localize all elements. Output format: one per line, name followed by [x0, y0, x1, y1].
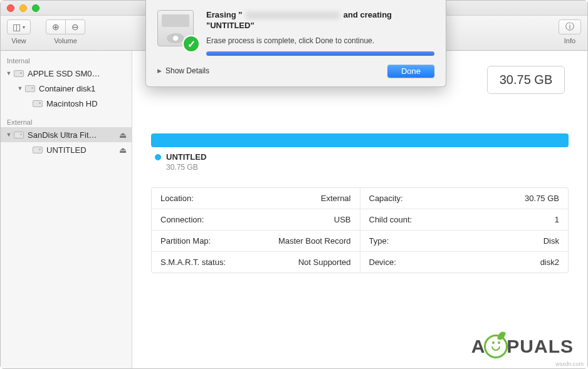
table-row: S.M.A.R.T. status:Not Supported Device:d… — [152, 252, 568, 273]
info-key: Device: — [369, 257, 396, 267]
info-key: Child count: — [369, 215, 412, 224]
sidebar-item-container[interactable]: ▼ Container disk1 — [1, 81, 132, 96]
traffic-lights — [1, 4, 39, 12]
watermark: A PUALS — [471, 335, 574, 358]
sidebar-item-external-disk[interactable]: ▼ SanDisk Ultra Fit… ⏏ — [1, 127, 132, 142]
volume-add-icon: ⊕ — [52, 22, 60, 32]
sidebar: Internal ▼ APPLE SSD SM0… ▼ Container di… — [1, 51, 132, 368]
disk-icon — [13, 130, 24, 139]
info-value: USB — [334, 215, 351, 224]
eject-icon[interactable]: ⏏ — [118, 145, 128, 155]
toolbar-info-group: ⓘ Info — [559, 19, 581, 44]
disclosure-triangle-icon: ▶ — [157, 68, 162, 74]
dialog-title: Erasing " and creating "UNTITLED" — [206, 10, 434, 31]
sidebar-item-label: SanDisk Ultra Fit… — [28, 130, 118, 140]
chevron-down-icon: ▾ — [23, 24, 25, 30]
main-area: Internal ▼ APPLE SSD SM0… ▼ Container di… — [1, 51, 587, 368]
toolbar-label: View — [11, 37, 26, 44]
usage-legend: UNTITLED 30.75 GB — [155, 152, 206, 172]
table-row: Connection:USB Child count:1 — [152, 209, 568, 231]
info-value: Disk — [543, 236, 559, 246]
close-button[interactable] — [7, 4, 14, 12]
disk-icon — [32, 145, 43, 154]
info-table: Location:External Capacity:30.75 GB Conn… — [151, 187, 569, 273]
info-key: Type: — [369, 236, 389, 246]
disk-icon — [32, 99, 43, 108]
progress-fill — [206, 51, 434, 56]
info-button[interactable]: ⓘ — [559, 19, 581, 34]
info-value: Master Boot Record — [278, 236, 351, 246]
toolbar-volume-group: ⊕ ⊖ Volume — [46, 19, 85, 44]
toolbar-label: Info — [564, 37, 575, 44]
volume-remove-button[interactable]: ⊖ — [65, 19, 85, 34]
watermark-text: A — [471, 336, 486, 357]
checkmark-badge-icon: ✓ — [182, 35, 200, 53]
sidebar-section-internal: Internal — [1, 55, 132, 66]
sidebar-item-label: UNTITLED — [46, 145, 118, 155]
sidebar-item-internal-disk[interactable]: ▼ APPLE SSD SM0… — [1, 66, 132, 81]
info-value: Not Supported — [298, 257, 351, 267]
sidebar-icon: ◫ — [13, 22, 21, 32]
maximize-button[interactable] — [32, 4, 39, 12]
attribution-text: wsxdn.com — [555, 361, 584, 367]
info-key: Connection: — [160, 215, 204, 224]
info-value: External — [321, 194, 351, 203]
sidebar-section-external: External — [1, 116, 132, 127]
legend-size: 30.75 GB — [166, 163, 206, 172]
disk-icon — [24, 84, 36, 93]
dialog-subtitle: Erase process is complete, click Done to… — [206, 36, 434, 45]
info-key: Capacity: — [369, 194, 403, 203]
sidebar-item-volume[interactable]: UNTITLED ⏏ — [1, 142, 132, 157]
usage-bar — [151, 133, 569, 147]
watermark-text: PUALS — [507, 336, 574, 357]
disk-icon — [13, 69, 24, 78]
erase-complete-dialog: ✓ Erasing " and creating "UNTITLED" Eras… — [145, 0, 446, 87]
minimize-button[interactable] — [19, 4, 27, 12]
disclosure-triangle-icon[interactable]: ▼ — [17, 85, 23, 91]
disclosure-triangle-icon[interactable]: ▼ — [6, 70, 12, 76]
dialog-disk-icon: ✓ — [157, 10, 197, 50]
sidebar-item-label: Container disk1 — [39, 84, 128, 93]
info-key: Location: — [160, 194, 194, 203]
info-value: disk2 — [540, 257, 559, 267]
watermark-face-icon — [484, 335, 508, 358]
info-icon: ⓘ — [565, 21, 574, 33]
sidebar-item-label: Macintosh HD — [46, 99, 128, 108]
info-key: S.M.A.R.T. status: — [160, 257, 226, 267]
redacted-name — [246, 11, 340, 19]
legend-name: UNTITLED — [166, 152, 206, 162]
dialog-title-prefix: Erasing " — [206, 10, 242, 19]
toolbar-label: Volume — [54, 37, 77, 44]
sidebar-item-volume[interactable]: Macintosh HD — [1, 96, 132, 111]
table-row: Location:External Capacity:30.75 GB — [152, 188, 568, 209]
info-value: 30.75 GB — [525, 194, 559, 203]
info-value: 1 — [555, 215, 559, 224]
app-window: Disk Utility ◫ ▾ View ⊕ ⊖ Volume ✚ First… — [0, 0, 588, 369]
done-button[interactable]: Done — [387, 65, 434, 78]
volume-add-button[interactable]: ⊕ — [46, 19, 66, 34]
view-button[interactable]: ◫ ▾ — [7, 19, 31, 34]
show-details-label: Show Details — [165, 66, 209, 75]
eject-icon[interactable]: ⏏ — [118, 130, 128, 140]
disk-size-box: 30.75 GB — [487, 66, 565, 94]
show-details-toggle[interactable]: ▶ Show Details — [157, 66, 209, 75]
volume-remove-icon: ⊖ — [71, 22, 79, 32]
content-pane: 30.75 GB UNTITLED 30.75 GB Location:Exte… — [132, 51, 587, 368]
info-key: Partition Map: — [160, 236, 211, 246]
toolbar-view-group: ◫ ▾ View — [7, 19, 31, 44]
progress-bar — [206, 51, 434, 56]
sidebar-item-label: APPLE SSD SM0… — [28, 69, 128, 78]
disclosure-triangle-icon[interactable]: ▼ — [6, 132, 12, 138]
table-row: Partition Map:Master Boot Record Type:Di… — [152, 231, 568, 252]
legend-dot-icon — [155, 154, 161, 160]
